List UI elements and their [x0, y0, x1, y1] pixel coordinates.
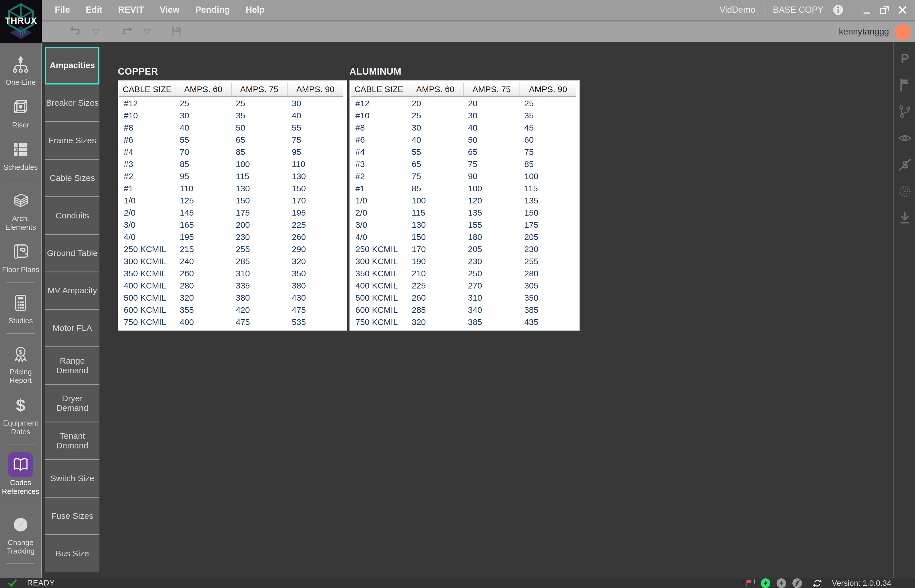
- sidebar-item-studies[interactable]: Studies: [0, 291, 41, 325]
- tab-cable-sizes[interactable]: Cable Sizes: [45, 160, 99, 197]
- table-cell: 285: [231, 255, 287, 267]
- sidebar-item-change-tracking[interactable]: Change Tracking: [0, 512, 41, 556]
- eye-icon[interactable]: [898, 131, 912, 145]
- no-cost-icon[interactable]: $: [898, 158, 912, 172]
- bolt-idle-icon[interactable]: [776, 578, 786, 588]
- table-cell: 340: [463, 304, 520, 316]
- menu-file[interactable]: File: [55, 5, 70, 15]
- table-cell: 30: [175, 109, 231, 121]
- download-icon[interactable]: [898, 211, 912, 225]
- tab-motor-fla[interactable]: Motor FLA: [45, 310, 99, 347]
- sidebar-item-label: One-Line: [6, 78, 36, 87]
- table-row: #3657585: [351, 158, 576, 170]
- column-header-amps-90[interactable]: AMPS. 90: [287, 82, 343, 97]
- table-cell: 110: [175, 182, 231, 194]
- table-cell: #6: [119, 134, 175, 146]
- sidebar-item-label: Codes References: [0, 478, 41, 496]
- menu-edit[interactable]: Edit: [86, 5, 102, 15]
- table-cell: 380: [287, 279, 343, 292]
- restore-icon[interactable]: [878, 4, 891, 16]
- table-row: 400 KCMIL225270305: [351, 279, 576, 292]
- menu-help[interactable]: Help: [246, 5, 265, 15]
- sidebar-item-pricing-report[interactable]: $Pricing Report: [0, 342, 41, 385]
- column-header-cable-size[interactable]: CABLE SIZE: [119, 82, 175, 97]
- sidebar-item-label: Arch. Elements: [0, 214, 41, 231]
- tab-dryer-demand[interactable]: Dryer Demand: [45, 385, 99, 422]
- table-cell: #2: [119, 170, 175, 182]
- flag-icon[interactable]: [898, 78, 912, 92]
- p-icon[interactable]: P: [898, 52, 912, 66]
- bolt-off-icon[interactable]: [792, 578, 802, 588]
- undo-icon[interactable]: [69, 25, 82, 38]
- tab-ground-table[interactable]: Ground Table: [45, 235, 99, 272]
- undo-caret-icon[interactable]: [91, 27, 100, 36]
- tab-frame-sizes[interactable]: Frame Sizes: [45, 122, 99, 160]
- table-cell: 65: [463, 146, 520, 158]
- logo-text: THRUX: [5, 16, 37, 26]
- pricing-report-icon: $: [8, 342, 33, 367]
- close-icon[interactable]: [896, 4, 909, 16]
- redo-icon[interactable]: [120, 25, 133, 38]
- refresh-icon[interactable]: [813, 579, 822, 588]
- git-branch-icon[interactable]: [898, 105, 912, 119]
- tab-mv-ampacity[interactable]: MV Ampacity: [45, 272, 99, 310]
- table-cell: 750 KCMIL: [119, 316, 175, 328]
- column-header-amps-75[interactable]: AMPS. 75: [231, 82, 287, 97]
- table-cell: 475: [287, 304, 343, 316]
- tab-conduits[interactable]: Conduits: [45, 197, 99, 235]
- bolt-on-icon[interactable]: [761, 578, 770, 588]
- table-row: 1/0100120135: [351, 194, 576, 207]
- column-header-amps-75[interactable]: AMPS. 75: [463, 82, 520, 97]
- sidebar-divider: [6, 564, 36, 564]
- sidebar-item-arch-elements[interactable]: Arch. Elements: [0, 188, 41, 231]
- aluminum-table-title: ALUMINUM: [349, 66, 580, 77]
- column-header-amps-60[interactable]: AMPS. 60: [175, 82, 231, 97]
- table-cell: 90: [463, 170, 520, 182]
- minimize-icon[interactable]: [860, 4, 873, 16]
- tab-switch-size[interactable]: Switch Size: [45, 460, 99, 498]
- info-icon[interactable]: [832, 4, 844, 16]
- table-cell: 230: [463, 255, 520, 267]
- sidebar-item-riser[interactable]: Riser: [0, 95, 41, 129]
- sidebar-item-schedules[interactable]: Schedules: [0, 137, 41, 172]
- sidebar-item-equipment-rates[interactable]: $Equipment Rates: [0, 393, 41, 436]
- tab-range-demand[interactable]: Range Demand: [45, 347, 99, 385]
- tab-tenant-demand[interactable]: Tenant Demand: [45, 422, 99, 460]
- table-row: 4/0195230260: [119, 231, 343, 243]
- codes-references-icon: [8, 452, 33, 477]
- table-row: #295115130: [119, 170, 343, 182]
- column-header-amps-90[interactable]: AMPS. 90: [520, 82, 576, 97]
- menu-revit[interactable]: REVIT: [118, 5, 144, 15]
- tab-breaker-sizes[interactable]: Breaker Sizes: [45, 84, 99, 122]
- column-header-amps-60[interactable]: AMPS. 60: [407, 82, 463, 97]
- table-cell: 55: [287, 121, 343, 134]
- sidebar-item-codes-references[interactable]: Codes References: [0, 452, 41, 496]
- flag-red-icon[interactable]: [743, 578, 755, 588]
- save-icon[interactable]: [170, 25, 183, 38]
- table-cell: 40: [407, 134, 463, 146]
- redo-caret-icon[interactable]: [142, 27, 152, 36]
- avatar[interactable]: [895, 23, 911, 40]
- dotted-globe-icon[interactable]: [898, 184, 912, 199]
- table-cell: 205: [520, 231, 576, 243]
- tab-ampacities[interactable]: Ampacities: [45, 47, 99, 84]
- table-cell: 165: [175, 219, 231, 231]
- app-logo[interactable]: THRUX: [0, 0, 42, 43]
- copper-table-block: COPPER CABLE SIZEAMPS. 60AMPS. 75AMPS. 9…: [118, 66, 347, 331]
- menu-pending[interactable]: Pending: [195, 5, 230, 15]
- table-cell: 100: [407, 194, 463, 207]
- sidebar-divider: [6, 333, 36, 334]
- table-cell: 150: [520, 207, 576, 219]
- table-cell: 175: [520, 219, 576, 231]
- sidebar-item-floor-plans[interactable]: Floor Plans: [0, 239, 41, 274]
- reference-tabs: AmpacitiesBreaker SizesFrame SizesCable …: [45, 47, 99, 572]
- sidebar-item-one-line[interactable]: One-Line: [0, 52, 41, 87]
- column-header-cable-size[interactable]: CABLE SIZE: [351, 82, 407, 97]
- table-cell: 95: [175, 170, 231, 182]
- table-cell: 130: [231, 182, 287, 194]
- table-cell: 230: [520, 243, 576, 255]
- table-cell: 320: [175, 292, 231, 304]
- menu-view[interactable]: View: [160, 5, 179, 15]
- tab-fuse-sizes[interactable]: Fuse Sizes: [45, 498, 99, 535]
- tab-bus-size[interactable]: Bus Size: [45, 535, 99, 572]
